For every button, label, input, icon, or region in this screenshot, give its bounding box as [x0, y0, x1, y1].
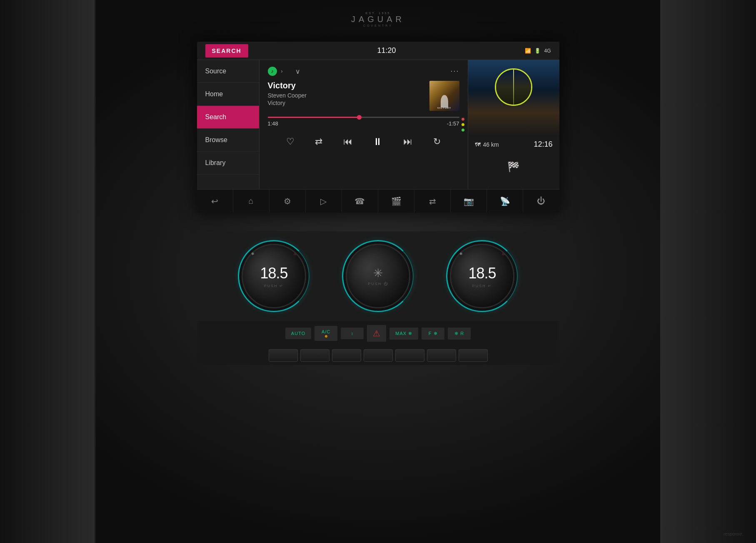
source-bar: ♪ › ∨	[268, 67, 459, 76]
left-cool-icon: ❄	[251, 252, 254, 256]
right-leather-panel	[660, 0, 756, 543]
status-bar: 📶 🔋 4G	[525, 48, 551, 54]
fan-icon: ✳	[373, 266, 383, 280]
track-title: Victory	[268, 81, 423, 90]
max-defrost-button[interactable]: MAX ❄	[389, 328, 418, 340]
nav-item-home[interactable]: Home	[197, 83, 259, 106]
clock: 11:20	[377, 46, 396, 55]
apps-button[interactable]: ⇄	[414, 190, 451, 213]
phys-btn-7[interactable]	[459, 349, 488, 362]
ac-button[interactable]: A/C	[314, 326, 337, 341]
phys-btn-1[interactable]	[269, 349, 298, 362]
left-heat-icon: ♨	[293, 252, 297, 256]
navigate-button[interactable]: ▷	[306, 190, 342, 213]
back-button[interactable]: ↩	[197, 190, 233, 213]
nav-info: 🗺 46 km 12:16	[468, 135, 559, 154]
climate-section: ❄ ♨ 18.5 PUSH ↵ ✳ PUSH ⏻ ❄ ♨ 18.5 PUSH ↵…	[197, 231, 559, 365]
network-label: 4G	[544, 48, 551, 54]
favorite-button[interactable]: ♡	[284, 135, 296, 149]
signal-icon: 📶	[525, 48, 531, 54]
watermark: response.	[724, 531, 744, 536]
media-button[interactable]: 🎬	[378, 190, 414, 213]
progress-handle[interactable]	[357, 115, 362, 120]
recirculate-button[interactable]: ↕	[341, 328, 364, 339]
battery-icon: 🔋	[534, 48, 541, 54]
phone-button[interactable]: ☎	[342, 190, 378, 213]
progress-bar-bg[interactable]	[268, 117, 459, 118]
right-heat-icon: ♨	[502, 252, 505, 256]
settings-button[interactable]: ⚙	[269, 190, 306, 213]
track-info: Victory Steven Cooper Victory VICTORY	[268, 81, 459, 111]
nav-panel: 🏁 🗺 46 km 12:16	[468, 60, 559, 189]
fan-label: PUSH ⏻	[368, 282, 388, 286]
nav-item-library[interactable]: Library	[197, 152, 259, 175]
knobs-row: ❄ ♨ 18.5 PUSH ↵ ✳ PUSH ⏻ ❄ ♨ 18.5 PUSH ↵	[197, 231, 559, 321]
rear-defrost-button[interactable]: ❄ R	[448, 328, 471, 340]
prev-button[interactable]: ⏮	[342, 135, 354, 149]
right-temp-knob[interactable]: ❄ ♨ 18.5 PUSH ↵	[450, 244, 514, 308]
left-temp-label: PUSH ↵	[264, 284, 284, 288]
status-dot-yellow	[462, 123, 464, 126]
front-defrost-button[interactable]: F ❄	[422, 328, 444, 340]
time-remaining: -1:57	[447, 120, 459, 127]
track-artist: Steven Cooper	[268, 92, 423, 99]
track-album: Victory	[268, 100, 423, 106]
nav-road	[496, 70, 531, 105]
physical-buttons	[197, 346, 559, 365]
shuffle-button[interactable]: ⇄	[313, 135, 324, 149]
main-content: Source Home Search Browse Library ♪ › ∨ …	[197, 60, 559, 189]
nav-item-browse[interactable]: Browse	[197, 129, 259, 152]
left-temp-knob[interactable]: ❄ ♨ 18.5 PUSH ↵	[242, 244, 306, 308]
more-options-button[interactable]: ···	[450, 67, 459, 75]
time-elapsed: 1:48	[268, 120, 278, 127]
album-art-figure	[441, 95, 448, 108]
phys-btn-5[interactable]	[395, 349, 424, 362]
nav-eta: 12:16	[534, 140, 552, 149]
hazard-button[interactable]: ⚠	[367, 325, 386, 342]
status-dot-red	[462, 118, 464, 121]
next-button[interactable]: ⏭	[402, 135, 414, 149]
nav-circle	[495, 68, 532, 106]
repeat-button[interactable]: ↻	[432, 135, 442, 149]
status-dot-green	[462, 129, 464, 132]
fan-knob[interactable]: ✳ PUSH ⏻	[346, 244, 410, 308]
right-temp-label: PUSH ↵	[472, 284, 492, 288]
nav-item-source[interactable]: Source	[197, 60, 259, 83]
search-tab[interactable]: SEARCH	[205, 44, 248, 58]
nav-sidebar: Source Home Search Browse Library	[197, 60, 259, 189]
left-temp-value: 18.5	[260, 265, 287, 282]
header-bar: SEARCH 11:20 📶 🔋 4G	[197, 42, 559, 60]
phys-btn-6[interactable]	[427, 349, 456, 362]
map-icon: 🗺	[475, 141, 481, 148]
progress-bar-fill	[268, 117, 360, 118]
spotify-icon[interactable]: ♪	[268, 67, 277, 76]
nav-map	[468, 60, 559, 135]
jaguar-logo: EST. 1935 JAGUAR COVENTRY	[351, 12, 405, 27]
infotainment-screen: SEARCH 11:20 📶 🔋 4G Source Home Search B…	[197, 42, 559, 213]
dropdown-icon[interactable]: ∨	[295, 68, 300, 75]
pause-button[interactable]: ⏸	[371, 134, 384, 149]
left-leather-panel	[0, 0, 96, 543]
progress-times: 1:48 -1:57	[268, 120, 459, 127]
player-area: ♪ › ∨ ··· Victory Steven Cooper Victory …	[259, 60, 468, 189]
nav-item-search[interactable]: Search	[197, 106, 259, 129]
bottom-nav: ↩ ⌂ ⚙ ▷ ☎ 🎬 ⇄ 📷 📡 ⏻	[197, 189, 559, 213]
signal-button[interactable]: 📡	[487, 190, 523, 213]
nav-flag: 🏁	[507, 161, 520, 173]
phys-btn-2[interactable]	[300, 349, 329, 362]
source-forward-icon[interactable]: ›	[281, 68, 283, 74]
auto-button[interactable]: AUTO	[285, 328, 311, 339]
status-dots	[462, 118, 464, 132]
climate-buttons: AUTO A/C ↕ ⚠ MAX ❄ F ❄ ❄ R	[197, 321, 559, 346]
ac-indicator	[325, 335, 327, 338]
phys-btn-3[interactable]	[332, 349, 361, 362]
phys-btn-4[interactable]	[364, 349, 393, 362]
camera-button[interactable]: 📷	[451, 190, 487, 213]
track-details: Victory Steven Cooper Victory	[268, 81, 423, 106]
right-cool-icon: ❄	[459, 252, 463, 256]
progress-container[interactable]: 1:48 -1:57	[268, 117, 459, 127]
right-temp-value: 18.5	[468, 265, 496, 282]
home-button[interactable]: ⌂	[233, 190, 269, 213]
album-art: VICTORY	[429, 81, 459, 111]
power-button[interactable]: ⏻	[523, 190, 559, 213]
